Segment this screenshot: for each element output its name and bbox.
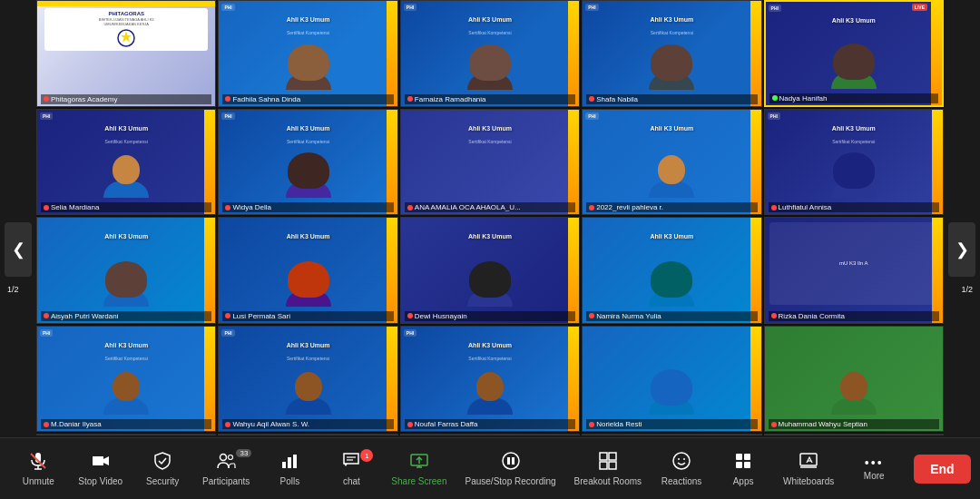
svg-rect-18 <box>512 457 514 465</box>
participant-name-3: Farnaiza Ramadhania <box>405 94 575 104</box>
svg-point-6 <box>229 455 233 460</box>
unmute-button[interactable]: Unmute <box>9 447 67 490</box>
svg-point-24 <box>678 458 680 460</box>
next-page-button[interactable]: ❯ <box>948 222 975 277</box>
more-icon: ••• <box>865 456 884 469</box>
apps-button[interactable]: Apps <box>714 447 772 490</box>
svg-point-25 <box>683 458 685 460</box>
chat-button[interactable]: 1 chat <box>322 447 380 490</box>
participant-name-11: Aisyah Putri Wardani <box>41 311 211 321</box>
participant-name-19: Norielda Resti <box>586 419 757 429</box>
pause-recording-icon <box>501 451 521 475</box>
participant-name-4: Shafa Nabila <box>586 94 757 104</box>
more-label: More <box>864 471 885 481</box>
svg-point-23 <box>673 453 690 469</box>
participants-button[interactable]: 33 Participants <box>195 447 257 490</box>
logo-deco: PHI <box>221 4 234 11</box>
participant-cell-11: Ahli K3 Umum Aisyah Putri Wardani <box>36 217 216 324</box>
security-label: Security <box>146 476 179 486</box>
svg-rect-8 <box>288 457 291 468</box>
pause-recording-label: Pause/Stop Recording <box>466 476 556 486</box>
svg-rect-29 <box>744 462 750 468</box>
participant-name-16: M.Daniar Ilyasa <box>41 419 211 429</box>
stop-video-icon <box>91 451 111 475</box>
participant-cell-16: Ahli K3 Umum Sertifikat Kompetensi PHI M… <box>36 326 216 433</box>
polls-button[interactable]: Polls <box>260 447 318 490</box>
breakout-rooms-icon <box>598 451 618 475</box>
end-button[interactable]: End <box>914 455 970 484</box>
unmute-label: Unmute <box>23 476 54 486</box>
participant-cell-2: Ahli K3 Umum Sertifikat Kompetensi PHI F… <box>218 0 397 107</box>
more-button[interactable]: ••• More <box>845 453 903 484</box>
svg-rect-27 <box>744 454 750 460</box>
page-indicator-right: 1/2 <box>961 285 973 294</box>
participant-name-20: Muhammad Wahyu Septian <box>769 419 939 429</box>
participant-cell-22: Herman PH Herman PH <box>218 434 397 435</box>
participant-cell-5: Ahli K3 Umum PHI LIVE Nadya Hanifah <box>764 0 944 107</box>
participant-name-13: Dewi Husnayain <box>405 311 575 321</box>
svg-rect-17 <box>507 457 510 465</box>
breakout-rooms-button[interactable]: Breakout Rooms <box>567 447 649 490</box>
mic-icon-2 <box>225 96 230 102</box>
participant-name-18: Noufal Farras Daffa <box>405 419 575 429</box>
participant-name-9: 2022_revli pahleva r. <box>586 202 757 212</box>
prev-page-button[interactable]: ❮ <box>5 222 32 277</box>
participant-name-10: Luthfiatul Annisa <box>769 202 939 212</box>
reactions-label: Reactions <box>662 476 701 486</box>
svg-rect-7 <box>282 462 286 468</box>
security-icon <box>152 451 172 475</box>
participant-cell-24: Arief Dwi Wicaksono <box>582 434 761 435</box>
share-screen-label: Share Screen <box>391 476 446 486</box>
toolbar: Unmute Stop Video Security <box>0 437 980 499</box>
participants-count: 33 <box>236 449 251 457</box>
participant-cell-10: Ahli K3 Umum Sertifikat Kompetensi PHI L… <box>764 109 944 216</box>
participant-cell-12: Ahli K3 Umum Lusi Permata Sari <box>218 217 397 324</box>
participant-name-5: Nadya Hanifah <box>769 93 938 103</box>
page-indicator-left: 1/2 <box>7 285 19 294</box>
unmute-icon <box>28 451 48 475</box>
participant-name-8: ANA AMALIA OCA AHAOLA_U... <box>405 202 575 212</box>
participant-name-12: Lusi Permata Sari <box>222 311 393 321</box>
svg-rect-19 <box>600 453 607 460</box>
polls-label: Polls <box>280 476 300 486</box>
chat-badge: 1 <box>360 449 373 462</box>
participant-name-15: Rizka Dania Cormita <box>769 311 939 321</box>
participant-name-17: Wahyu Aqil Alwan S. W. <box>222 419 393 429</box>
share-screen-icon <box>409 451 429 475</box>
svg-point-5 <box>220 455 227 461</box>
participant-name-1: Phitagoras Academy <box>41 94 211 104</box>
apps-icon <box>733 451 753 475</box>
video-grid: PHITAGORAS BIMTEK-UJIAN TENAGA AHLI K3UM… <box>36 0 944 435</box>
mic-icon-1 <box>44 96 49 102</box>
whiteboards-button[interactable]: Whiteboards <box>776 447 841 490</box>
participant-cell-23: Ahli K3 Umum Sertifikat Kompetensi PHI N… <box>400 434 580 435</box>
stop-video-button[interactable]: Stop Video <box>71 447 130 490</box>
svg-rect-20 <box>609 453 616 460</box>
participant-cell-25: Ahli K3 Umum Sertifikat Kompetensi PHI F… <box>764 434 944 435</box>
apps-label: Apps <box>733 476 754 486</box>
breakout-rooms-label: Breakout Rooms <box>574 476 642 486</box>
participant-cell-14: Ahli K3 Umum Namira Nurma Yulia <box>582 217 761 324</box>
participant-cell-8: Ahli K3 Umum Sertifikat Kompetensi ANA A… <box>400 109 580 216</box>
participant-cell-13: Ahli K3 Umum Dewi Husnayain <box>400 217 580 324</box>
svg-rect-9 <box>293 455 297 468</box>
participant-name-14: Namira Nurma Yulia <box>586 311 757 321</box>
pause-recording-button[interactable]: Pause/Stop Recording <box>458 447 564 490</box>
participant-cell-7: Ahli K3 Umum Sertifikat Kompetensi PHI W… <box>218 109 397 216</box>
participant-cell-17: Ahli K3 Umum Sertifikat Kompetensi PHI W… <box>218 326 397 433</box>
participants-icon <box>216 451 236 475</box>
whiteboards-label: Whiteboards <box>783 476 834 486</box>
participant-cell-9: Ahli K3 Umum PHI 2022_revli pahleva r. <box>582 109 761 216</box>
reactions-button[interactable]: Reactions <box>652 447 710 490</box>
stop-video-label: Stop Video <box>78 476 122 486</box>
chat-label: chat <box>343 476 360 486</box>
svg-rect-22 <box>609 462 616 469</box>
participant-cell-3: Ahli K3 Umum Sertifikat Kompetensi PHI F… <box>400 0 580 107</box>
svg-point-16 <box>503 453 519 469</box>
participant-cell-15: mU K3 Iln A Rizka Dania Cormita <box>764 217 944 324</box>
share-screen-button[interactable]: Share Screen <box>384 447 454 490</box>
participant-cell-20: Muhammad Wahyu Septian <box>764 326 944 433</box>
security-button[interactable]: Security <box>133 447 191 490</box>
whiteboards-icon <box>799 451 818 475</box>
polls-icon <box>279 451 299 475</box>
